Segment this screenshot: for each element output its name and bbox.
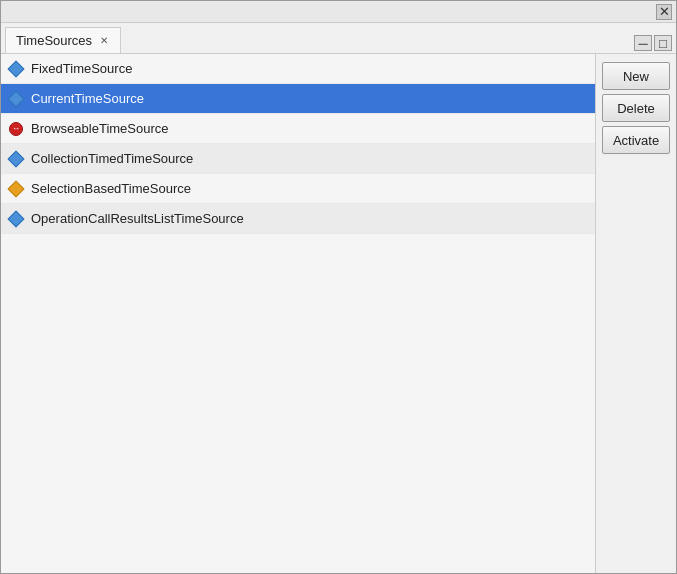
- restore-button[interactable]: □: [654, 35, 672, 51]
- tab-bar: TimeSources ✕ ─ □: [1, 23, 676, 54]
- diamond-orange-icon: [9, 182, 23, 196]
- tab-timesources[interactable]: TimeSources ✕: [5, 27, 121, 53]
- delete-button[interactable]: Delete: [602, 94, 670, 122]
- circle-arrow-icon: ↔: [9, 122, 23, 136]
- window-close-button[interactable]: ✕: [656, 4, 672, 20]
- list-item-operation-call-results-list-time-source[interactable]: OperationCallResultsListTimeSource: [1, 204, 595, 234]
- activate-button[interactable]: Activate: [602, 126, 670, 154]
- new-button[interactable]: New: [602, 62, 670, 90]
- restore-icon: □: [659, 36, 667, 51]
- list-item-label-collection-timed-time-source: CollectionTimedTimeSource: [31, 151, 193, 166]
- list-item-label-current-time-source: CurrentTimeSource: [31, 91, 144, 106]
- tab-close-icon[interactable]: ✕: [98, 35, 110, 47]
- list-item-label-browseable-time-source: BrowseableTimeSource: [31, 121, 169, 136]
- title-bar: ✕: [1, 1, 676, 23]
- diamond-blue-icon: [9, 92, 23, 106]
- minimize-icon: ─: [638, 36, 647, 51]
- main-content: FixedTimeSourceCurrentTimeSource↔Browsea…: [1, 54, 676, 573]
- main-window: ✕ TimeSources ✕ ─ □ FixedTimeSourceCurre…: [0, 0, 677, 574]
- list-item-browseable-time-source[interactable]: ↔BrowseableTimeSource: [1, 114, 595, 144]
- list-item-label-operation-call-results-list-time-source: OperationCallResultsListTimeSource: [31, 211, 244, 226]
- tab-label: TimeSources: [16, 33, 92, 48]
- sidebar: New Delete Activate: [596, 54, 676, 573]
- close-icon: ✕: [659, 4, 670, 19]
- diamond-blue-icon: [9, 62, 23, 76]
- diamond-blue-icon: [9, 152, 23, 166]
- minimize-button[interactable]: ─: [634, 35, 652, 51]
- list-item-fixed-time-source[interactable]: FixedTimeSource: [1, 54, 595, 84]
- list-item-selection-based-time-source[interactable]: SelectionBasedTimeSource: [1, 174, 595, 204]
- tab-controls: ─ □: [634, 35, 676, 53]
- list-item-label-selection-based-time-source: SelectionBasedTimeSource: [31, 181, 191, 196]
- list-item-label-fixed-time-source: FixedTimeSource: [31, 61, 132, 76]
- time-source-list[interactable]: FixedTimeSourceCurrentTimeSource↔Browsea…: [1, 54, 596, 573]
- diamond-blue-icon: [9, 212, 23, 226]
- list-item-collection-timed-time-source[interactable]: CollectionTimedTimeSource: [1, 144, 595, 174]
- list-item-current-time-source[interactable]: CurrentTimeSource: [1, 84, 595, 114]
